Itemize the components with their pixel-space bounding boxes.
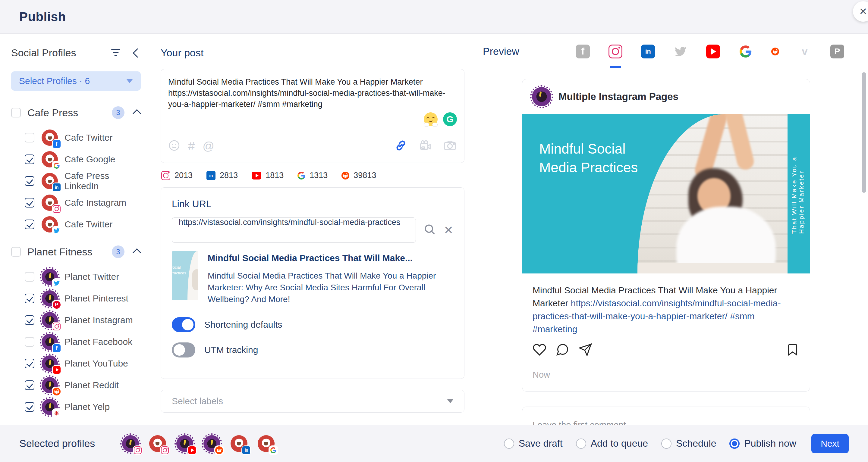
- avatar: [532, 87, 551, 106]
- char-count: 2813: [220, 171, 238, 180]
- option-label: Schedule: [676, 438, 716, 449]
- radio-icon[interactable]: [504, 438, 514, 449]
- profile-row[interactable]: Cafe Google: [11, 148, 141, 170]
- save-draft-option[interactable]: Save draft: [504, 438, 563, 449]
- group-checkbox[interactable]: [11, 247, 21, 257]
- share-icon[interactable]: [578, 343, 592, 358]
- profile-name: Cafe Twitter: [64, 219, 113, 230]
- collapse-sidebar-icon[interactable]: [133, 48, 142, 58]
- link-icon[interactable]: [394, 139, 407, 153]
- preview-scroll-area[interactable]: Multiple Instagram Pages Mindful SocialM…: [473, 69, 868, 425]
- utm-tracking-toggle[interactable]: [172, 342, 195, 358]
- comment-box[interactable]: Leave the first comment: [522, 406, 810, 425]
- next-button[interactable]: Next: [811, 434, 849, 453]
- instagram-icon: [161, 171, 170, 180]
- mention-icon[interactable]: @: [203, 140, 214, 152]
- profile-checkbox[interactable]: [25, 133, 34, 142]
- profile-row[interactable]: Planet Pinterest: [11, 288, 141, 309]
- tab-google[interactable]: [739, 44, 752, 59]
- radio-icon[interactable]: [730, 438, 740, 449]
- post-editor-column: Your post Mindful Social Media Practices…: [152, 34, 473, 425]
- profile-name: Planet Instagram: [64, 315, 133, 325]
- facebook-icon: [576, 44, 590, 59]
- chevron-up-icon[interactable]: [133, 249, 141, 257]
- preview-panel: Preview Multi: [473, 34, 868, 425]
- shortening-defaults-toggle-row: Shortening defaults: [172, 317, 453, 332]
- profile-row[interactable]: Cafe Press LinkedIn: [11, 170, 141, 192]
- like-icon[interactable]: [532, 343, 547, 358]
- tab-instagram[interactable]: [609, 44, 622, 59]
- tab-twitter[interactable]: [674, 44, 687, 59]
- publish-now-option[interactable]: Publish now: [730, 438, 796, 449]
- link-preview-title[interactable]: Mindful Social Media Practices That Will…: [208, 253, 454, 263]
- post-text-input[interactable]: Mindful Social Media Practices That Will…: [168, 76, 457, 110]
- tab-facebook[interactable]: [576, 44, 590, 59]
- comment-icon[interactable]: [555, 343, 569, 358]
- profile-checkbox[interactable]: [25, 337, 34, 346]
- tab-pinterest[interactable]: [830, 44, 844, 59]
- profile-name: Planet YouTube: [64, 358, 128, 369]
- select-profiles-dropdown[interactable]: Select Profiles · 6: [11, 71, 141, 91]
- group-checkbox[interactable]: [11, 108, 21, 118]
- char-count: 39813: [353, 171, 376, 180]
- bookmark-icon[interactable]: [786, 343, 800, 358]
- profile-checkbox[interactable]: [25, 359, 34, 368]
- link-preview-thumbnail: SocialPractices: [172, 251, 198, 300]
- emoji-picker-icon[interactable]: [168, 139, 180, 153]
- profile-checkbox[interactable]: [25, 198, 34, 207]
- profile-row[interactable]: Planet YouTube: [11, 353, 141, 374]
- profile-row[interactable]: Planet Instagram: [11, 309, 141, 331]
- profile-row[interactable]: Planet Reddit: [11, 374, 141, 396]
- camera-icon[interactable]: [443, 138, 457, 154]
- labels-select[interactable]: Select labels: [161, 390, 464, 412]
- twitter-icon: [53, 227, 61, 235]
- scrollbar-thumb[interactable]: [862, 72, 866, 193]
- profile-row[interactable]: Planet Yelp: [11, 396, 141, 418]
- profile-checkbox[interactable]: [25, 176, 34, 186]
- tab-reddit[interactable]: [771, 47, 779, 56]
- group-count-badge: 3: [112, 106, 124, 119]
- radio-icon[interactable]: [576, 438, 586, 449]
- add-to-queue-option[interactable]: Add to queue: [576, 438, 648, 449]
- instagram-icon: [53, 323, 61, 330]
- chevron-up-icon[interactable]: [133, 109, 141, 118]
- timestamp: Now: [522, 358, 810, 391]
- grammarly-icon[interactable]: G: [443, 112, 457, 126]
- profile-row[interactable]: Cafe Instagram: [11, 192, 141, 213]
- instagram-icon: [134, 446, 142, 454]
- facebook-icon: [53, 140, 61, 148]
- tab-linkedin[interactable]: [641, 44, 655, 59]
- hashtag-icon[interactable]: #: [188, 140, 195, 152]
- profile-checkbox[interactable]: [25, 294, 34, 303]
- profile-row[interactable]: Cafe Twitter: [11, 127, 141, 148]
- profile-checkbox[interactable]: [25, 402, 34, 412]
- youtube-icon: [252, 172, 261, 179]
- avatar: [258, 435, 275, 452]
- profile-row[interactable]: Planet Twitter: [11, 266, 141, 288]
- radio-icon[interactable]: [661, 438, 672, 449]
- clear-url-icon[interactable]: ✕: [444, 224, 453, 236]
- labels-placeholder: Select labels: [172, 396, 447, 406]
- schedule-option[interactable]: Schedule: [661, 438, 716, 449]
- profile-row[interactable]: Cafe Twitter: [11, 213, 141, 235]
- close-button[interactable]: ✕: [853, 1, 868, 22]
- profile-row[interactable]: Planet Facebook: [11, 331, 141, 353]
- post-composer[interactable]: Mindful Social Media Practices That Will…: [161, 69, 464, 163]
- profile-checkbox[interactable]: [25, 315, 34, 325]
- link-url-input[interactable]: https://vistasocial.com/insights/mindful…: [172, 218, 416, 243]
- profile-checkbox[interactable]: [25, 220, 34, 229]
- instagram-icon: [609, 44, 622, 59]
- profile-checkbox[interactable]: [25, 155, 34, 164]
- profile-checkbox[interactable]: [25, 381, 34, 390]
- filter-icon[interactable]: [111, 49, 121, 57]
- link-preview: SocialPractices Mindful Social Media Pra…: [172, 251, 453, 305]
- tab-vimeo[interactable]: [798, 44, 812, 59]
- pinterest-icon: [53, 301, 61, 309]
- profile-checkbox[interactable]: [25, 272, 34, 282]
- search-icon[interactable]: [423, 223, 436, 237]
- preview-title: Preview: [483, 45, 519, 57]
- video-icon[interactable]: [418, 138, 432, 154]
- reddit-icon: [771, 47, 779, 56]
- tab-youtube[interactable]: [706, 44, 720, 59]
- shortening-defaults-toggle[interactable]: [172, 317, 195, 332]
